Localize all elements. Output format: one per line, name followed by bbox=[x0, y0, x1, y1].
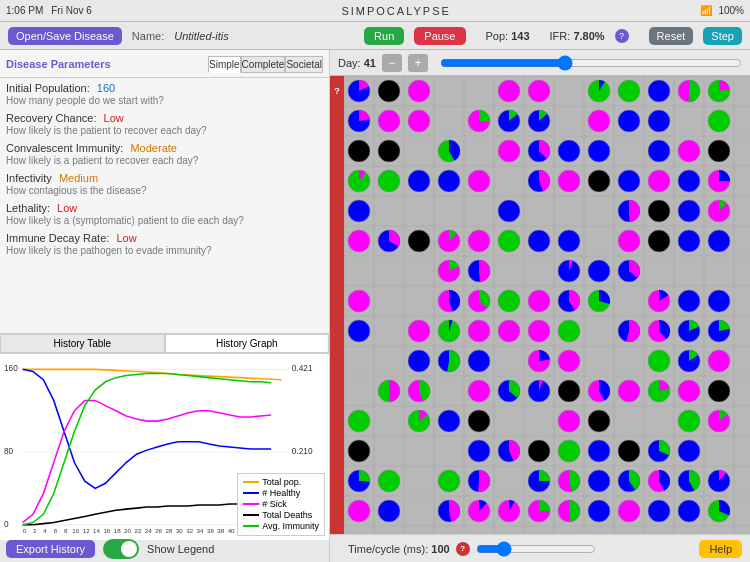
sidebar-question-mark[interactable]: ? bbox=[334, 86, 340, 96]
tab-simple[interactable]: Simple bbox=[208, 56, 241, 73]
param-tabs: Simple Complete Societal bbox=[208, 56, 323, 73]
app-title: SIMPOCALYPSE bbox=[92, 5, 701, 17]
disease-params-title: Disease Parameters bbox=[6, 58, 111, 70]
svg-text:30: 30 bbox=[176, 527, 183, 534]
chart-tab-history-graph[interactable]: History Graph bbox=[165, 334, 330, 353]
legend-healthy: # Healthy bbox=[243, 488, 319, 498]
ifr-help-icon[interactable]: ? bbox=[615, 29, 629, 43]
tab-societal[interactable]: Societal bbox=[285, 56, 323, 73]
svg-text:80: 80 bbox=[4, 447, 14, 456]
time-help-icon[interactable]: ? bbox=[456, 542, 470, 556]
svg-text:10: 10 bbox=[72, 527, 79, 534]
top-bar-left: 1:06 PM Fri Nov 6 bbox=[6, 5, 92, 16]
svg-text:38: 38 bbox=[217, 527, 224, 534]
svg-text:18: 18 bbox=[114, 527, 121, 534]
chart-body: 160 80 0 0.421 0.210 0 2 4 6 8 1 bbox=[0, 354, 329, 540]
simulation-area: ? Time/cycle (ms): 100 ? Help bbox=[330, 76, 750, 562]
param-convalescent-immunity: Convalescent Immunity: Moderate How like… bbox=[6, 142, 323, 166]
legend-immunity: Avg. Immunity bbox=[243, 521, 319, 531]
param-infectivity: Infectivity Medium How contagious is the… bbox=[6, 172, 323, 196]
chart-tab-history-table[interactable]: History Table bbox=[0, 334, 165, 353]
param-initial-population: Initial Population: 160 How many people … bbox=[6, 82, 323, 106]
disease-params-header: Disease Parameters Simple Complete Socie… bbox=[0, 50, 329, 78]
svg-text:28: 28 bbox=[166, 527, 173, 534]
chart-area: History Table History Graph 160 80 0 0.4… bbox=[0, 334, 329, 534]
help-button[interactable]: Help bbox=[699, 540, 742, 558]
chart-legend: Total pop. # Healthy # Sick Total Deaths bbox=[237, 473, 325, 536]
show-legend-label: Show Legend bbox=[147, 543, 214, 555]
svg-text:34: 34 bbox=[197, 527, 204, 534]
wifi-percent: 100% bbox=[718, 5, 744, 16]
svg-text:0: 0 bbox=[23, 527, 27, 534]
tab-complete[interactable]: Complete bbox=[241, 56, 286, 73]
disease-name: Untitled-itis bbox=[174, 30, 228, 42]
svg-text:0: 0 bbox=[4, 520, 9, 529]
svg-text:26: 26 bbox=[155, 527, 162, 534]
ifr-label: IFR: 7.80% bbox=[550, 30, 605, 42]
top-bar-right: 📶 100% bbox=[700, 5, 744, 16]
reset-button[interactable]: Reset bbox=[649, 27, 694, 45]
open-save-button[interactable]: Open/Save Disease bbox=[8, 27, 122, 45]
param-recovery-chance: Recovery Chance: Low How likely is the p… bbox=[6, 112, 323, 136]
param-immune-decay: Immune Decay Rate: Low How likely is the… bbox=[6, 232, 323, 256]
svg-text:12: 12 bbox=[83, 527, 90, 534]
svg-text:8: 8 bbox=[64, 527, 68, 534]
chart-tabs: History Table History Graph bbox=[0, 334, 329, 354]
day-label: Day: 41 bbox=[338, 57, 376, 69]
legend-deaths: Total Deaths bbox=[243, 510, 319, 520]
svg-text:24: 24 bbox=[145, 527, 152, 534]
svg-text:36: 36 bbox=[207, 527, 214, 534]
date-display: Fri Nov 6 bbox=[51, 5, 92, 16]
svg-text:0.421: 0.421 bbox=[292, 364, 313, 373]
svg-text:2: 2 bbox=[33, 527, 37, 534]
top-bar: 1:06 PM Fri Nov 6 SIMPOCALYPSE 📶 100% bbox=[0, 0, 750, 22]
svg-text:4: 4 bbox=[43, 527, 47, 534]
param-lethality: Lethality: Low How likely is a (symptoma… bbox=[6, 202, 323, 226]
day-decrement-button[interactable]: − bbox=[382, 54, 402, 72]
header-bar: Open/Save Disease Name: Untitled-itis Ru… bbox=[0, 22, 750, 50]
day-slider[interactable] bbox=[440, 55, 742, 71]
step-button[interactable]: Step bbox=[703, 27, 742, 45]
time-cycle-slider[interactable] bbox=[476, 541, 596, 557]
main-layout: Disease Parameters Simple Complete Socie… bbox=[0, 50, 750, 562]
toggle-knob bbox=[121, 541, 137, 557]
svg-text:0.210: 0.210 bbox=[292, 447, 313, 456]
svg-text:20: 20 bbox=[124, 527, 131, 534]
svg-text:16: 16 bbox=[103, 527, 110, 534]
svg-text:6: 6 bbox=[54, 527, 58, 534]
simulation-grid bbox=[344, 76, 750, 534]
legend-total-pop: Total pop. bbox=[243, 477, 319, 487]
left-panel: Disease Parameters Simple Complete Socie… bbox=[0, 50, 330, 562]
svg-text:40: 40 bbox=[228, 527, 235, 534]
time-control-bar: Time/cycle (ms): 100 ? Help bbox=[330, 534, 750, 562]
show-legend-toggle[interactable] bbox=[103, 539, 139, 559]
export-history-button[interactable]: Export History bbox=[6, 540, 95, 558]
svg-text:22: 22 bbox=[134, 527, 141, 534]
day-bar: Day: 41 − + bbox=[330, 50, 750, 76]
params-section: Initial Population: 160 How many people … bbox=[0, 78, 329, 334]
name-label: Name: bbox=[132, 30, 164, 42]
simulation-canvas bbox=[344, 76, 750, 534]
right-panel: Day: 41 − + ? Time/cycle (ms): 100 ? bbox=[330, 50, 750, 562]
day-increment-button[interactable]: + bbox=[408, 54, 428, 72]
wifi-icon: 📶 bbox=[700, 5, 712, 16]
legend-sick: # Sick bbox=[243, 499, 319, 509]
time-cycle-label: Time/cycle (ms): 100 bbox=[348, 543, 450, 555]
svg-text:160: 160 bbox=[4, 364, 18, 373]
run-button[interactable]: Run bbox=[364, 27, 404, 45]
pause-button[interactable]: Pause bbox=[414, 27, 465, 45]
svg-text:14: 14 bbox=[93, 527, 100, 534]
svg-text:32: 32 bbox=[186, 527, 193, 534]
population-label: Pop: 143 bbox=[486, 30, 530, 42]
time-display: 1:06 PM bbox=[6, 5, 43, 16]
